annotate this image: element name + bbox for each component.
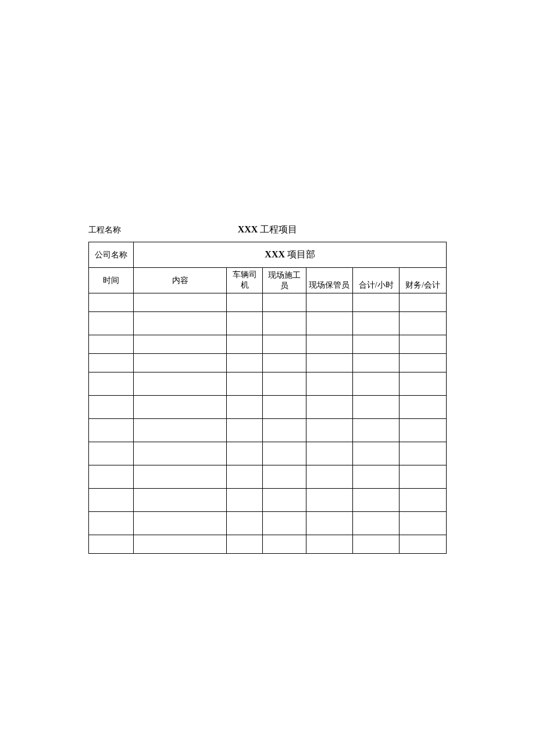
cell-time [89, 335, 134, 354]
table-row [89, 354, 447, 372]
table-row [89, 489, 447, 512]
cell-total [353, 293, 400, 312]
cell-worker [263, 489, 306, 512]
cell-time [89, 293, 134, 312]
cell-finance [400, 335, 447, 354]
cell-worker [263, 354, 306, 372]
project-title-bold: XXX [238, 224, 258, 234]
cell-driver [227, 535, 263, 554]
cell-total [353, 419, 400, 442]
cell-worker [263, 465, 306, 489]
cell-time [89, 442, 134, 465]
table-row [89, 442, 447, 465]
cell-finance [400, 465, 447, 489]
cell-content [134, 293, 227, 312]
cell-finance [400, 535, 447, 554]
cell-finance [400, 512, 447, 535]
cell-driver [227, 335, 263, 354]
cell-driver [227, 489, 263, 512]
cell-time [89, 372, 134, 396]
table-row [89, 419, 447, 442]
cell-driver [227, 312, 263, 335]
company-title-bold: XXX [265, 249, 285, 259]
header-keeper: 现场保管员 [306, 268, 352, 293]
cell-driver [227, 465, 263, 489]
cell-total [353, 489, 400, 512]
cell-keeper [306, 535, 352, 554]
cell-content [134, 312, 227, 335]
cell-content [134, 354, 227, 372]
table-row [89, 396, 447, 419]
cell-time [89, 419, 134, 442]
document-container: 工程名称 XXX 工程项目 公司名称 XXX 项目部 时间 内容 车辆司机 现场… [88, 224, 447, 554]
cell-worker [263, 372, 306, 396]
column-headers-row: 时间 内容 车辆司机 现场施工员 现场保管员 合计/小时 财务/会计 [89, 268, 447, 293]
cell-time [89, 354, 134, 372]
cell-keeper [306, 489, 352, 512]
project-name-label: 工程名称 [88, 225, 132, 235]
cell-content [134, 535, 227, 554]
header-time: 时间 [89, 268, 134, 293]
table-row [89, 465, 447, 489]
table-row [89, 312, 447, 335]
table-row [89, 293, 447, 312]
cell-finance [400, 293, 447, 312]
cell-content [134, 396, 227, 419]
project-title: XXX 工程项目 [132, 224, 447, 236]
cell-total [353, 442, 400, 465]
cell-worker [263, 442, 306, 465]
cell-keeper [306, 335, 352, 354]
cell-time [89, 512, 134, 535]
project-header-row: 工程名称 XXX 工程项目 [88, 224, 447, 236]
cell-content [134, 465, 227, 489]
header-driver: 车辆司机 [227, 268, 263, 293]
cell-total [353, 396, 400, 419]
cell-time [89, 465, 134, 489]
cell-finance [400, 396, 447, 419]
header-content: 内容 [134, 268, 227, 293]
table-row [89, 535, 447, 554]
cell-driver [227, 442, 263, 465]
main-table: 公司名称 XXX 项目部 时间 内容 车辆司机 现场施工员 现场保管员 合计/小… [88, 242, 447, 554]
cell-driver [227, 372, 263, 396]
cell-finance [400, 312, 447, 335]
cell-time [89, 535, 134, 554]
cell-driver [227, 419, 263, 442]
company-title-rest: 项目部 [285, 249, 315, 259]
cell-finance [400, 489, 447, 512]
cell-total [353, 465, 400, 489]
cell-content [134, 372, 227, 396]
cell-time [89, 312, 134, 335]
cell-keeper [306, 354, 352, 372]
cell-time [89, 396, 134, 419]
cell-finance [400, 354, 447, 372]
company-title: XXX 项目部 [134, 242, 447, 268]
cell-time [89, 489, 134, 512]
cell-total [353, 312, 400, 335]
cell-content [134, 335, 227, 354]
cell-keeper [306, 465, 352, 489]
cell-driver [227, 293, 263, 312]
cell-worker [263, 312, 306, 335]
cell-total [353, 372, 400, 396]
cell-keeper [306, 442, 352, 465]
cell-keeper [306, 419, 352, 442]
header-finance: 财务/会计 [400, 268, 447, 293]
cell-total [353, 535, 400, 554]
header-total: 合计/小时 [353, 268, 400, 293]
cell-total [353, 354, 400, 372]
project-title-rest: 工程项目 [258, 224, 297, 234]
table-row [89, 512, 447, 535]
cell-content [134, 419, 227, 442]
cell-content [134, 512, 227, 535]
cell-keeper [306, 372, 352, 396]
cell-finance [400, 442, 447, 465]
cell-total [353, 335, 400, 354]
cell-worker [263, 293, 306, 312]
cell-finance [400, 372, 447, 396]
table-row [89, 372, 447, 396]
cell-keeper [306, 512, 352, 535]
cell-worker [263, 396, 306, 419]
cell-content [134, 442, 227, 465]
cell-worker [263, 335, 306, 354]
